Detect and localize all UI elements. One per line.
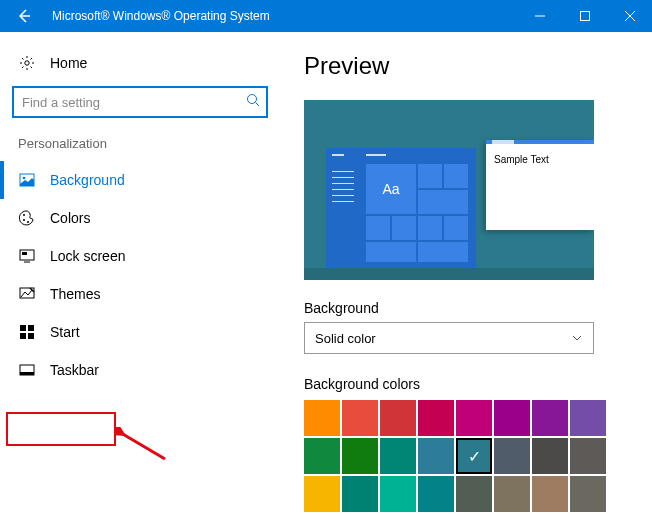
svg-rect-29 [20,372,34,375]
taskbar-icon [18,361,36,379]
desktop-preview: Aa Sample Text [304,100,594,280]
sidebar-item-colors[interactable]: Colors [12,199,268,237]
color-swatch[interactable] [342,476,378,512]
preview-sample-window: Sample Text [486,140,594,230]
color-swatch[interactable] [380,438,416,474]
annotation-highlight-box [6,412,116,446]
dropdown-value: Solid color [315,331,376,346]
maximize-button[interactable] [562,0,607,32]
color-swatch[interactable] [570,400,606,436]
lock-screen-icon [18,247,36,265]
minimize-icon [535,11,545,21]
svg-rect-1 [580,12,589,21]
svg-point-19 [27,221,29,223]
svg-point-4 [25,61,29,65]
svg-line-14 [256,103,260,107]
preview-start-menu: Aa [326,148,476,268]
color-swatch[interactable] [456,476,492,512]
sidebar-item-background[interactable]: Background [12,161,268,199]
window-controls [517,0,652,32]
maximize-icon [580,11,590,21]
picture-icon [18,171,36,189]
color-swatch[interactable] [304,400,340,436]
color-swatch[interactable] [532,400,568,436]
sidebar-item-taskbar[interactable]: Taskbar [12,351,268,389]
color-swatch[interactable] [380,400,416,436]
svg-point-18 [23,219,25,221]
arrow-left-icon [16,8,32,24]
preview-heading: Preview [304,52,628,80]
color-swatch[interactable] [456,400,492,436]
color-swatch[interactable] [342,438,378,474]
window-title: Microsoft® Windows® Operating System [48,9,517,23]
svg-line-9 [22,58,24,60]
sidebar: Home Personalization Background Colors [0,32,280,514]
sidebar-item-label: Taskbar [50,362,99,378]
section-label: Personalization [12,136,268,161]
sidebar-item-lock-screen[interactable]: Lock screen [12,237,268,275]
svg-point-17 [23,214,25,216]
color-swatch[interactable] [418,438,454,474]
svg-rect-24 [20,325,26,331]
color-swatch[interactable] [418,400,454,436]
background-dropdown[interactable]: Solid color [304,322,594,354]
sidebar-item-label: Start [50,324,80,340]
titlebar: Microsoft® Windows® Operating System [0,0,652,32]
color-swatch[interactable] [304,476,340,512]
sidebar-item-label: Themes [50,286,101,302]
main-panel: Preview Aa Sample Text [280,32,652,514]
sidebar-item-label: Background [50,172,125,188]
svg-line-11 [22,67,24,69]
svg-rect-25 [28,325,34,331]
svg-line-10 [31,67,33,69]
color-swatch[interactable] [570,438,606,474]
preview-tile-sample: Aa [366,164,416,214]
minimize-button[interactable] [517,0,562,32]
color-swatch-grid [304,400,606,512]
svg-rect-21 [22,252,27,255]
svg-point-16 [23,177,26,180]
annotation-arrow-icon [115,427,175,467]
color-swatch[interactable] [418,476,454,512]
palette-icon [18,209,36,227]
svg-point-13 [248,95,257,104]
svg-line-30 [121,433,165,459]
preview-taskbar [304,268,594,280]
sidebar-item-start[interactable]: Start [12,313,268,351]
back-button[interactable] [0,0,48,32]
sidebar-item-themes[interactable]: Themes [12,275,268,313]
background-colors-label: Background colors [304,376,628,392]
color-swatch[interactable] [494,400,530,436]
color-swatch[interactable] [494,476,530,512]
search-field-wrap [12,86,268,118]
close-icon [625,11,635,21]
color-swatch[interactable] [342,400,378,436]
color-swatch[interactable] [532,438,568,474]
svg-line-12 [31,58,33,60]
sidebar-item-home[interactable]: Home [12,46,268,86]
color-swatch[interactable] [456,438,492,474]
svg-rect-26 [20,333,26,339]
preview-sample-text: Sample Text [486,144,594,175]
gear-icon [18,54,36,72]
themes-icon [18,285,36,303]
color-swatch[interactable] [570,476,606,512]
search-input[interactable] [12,86,268,118]
chevron-down-icon [571,332,583,344]
home-label: Home [50,55,87,71]
sidebar-item-label: Lock screen [50,248,125,264]
color-swatch[interactable] [494,438,530,474]
close-button[interactable] [607,0,652,32]
color-swatch[interactable] [532,476,568,512]
sidebar-item-label: Colors [50,210,90,226]
start-icon [18,323,36,341]
search-icon [246,93,260,111]
color-swatch[interactable] [304,438,340,474]
color-swatch[interactable] [380,476,416,512]
background-field-label: Background [304,300,628,316]
svg-rect-27 [28,333,34,339]
